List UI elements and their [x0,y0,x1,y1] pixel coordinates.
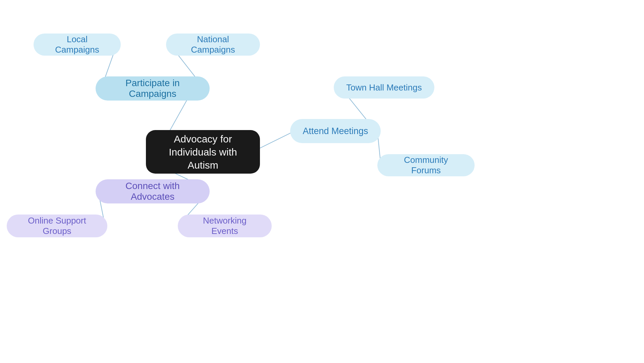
online-support-node[interactable]: Online Support Groups [7,215,107,237]
connect-advocates-node[interactable]: Connect with Advocates [96,179,210,203]
participate-label: Participate in Campaigns [108,78,198,99]
attend-meetings-node[interactable]: Attend Meetings [290,119,381,143]
online-support-label: Online Support Groups [19,216,95,236]
participate-node[interactable]: Participate in Campaigns [96,76,210,101]
national-campaigns-node[interactable]: National Campaigns [166,34,260,56]
town-hall-label: Town Hall Meetings [346,82,422,93]
local-campaigns-label: Local Campaigns [46,34,109,55]
svg-line-0 [167,98,188,135]
town-hall-node[interactable]: Town Hall Meetings [334,76,434,99]
attend-meetings-label: Attend Meetings [303,126,368,136]
networking-events-node[interactable]: Networking Events [178,215,272,237]
networking-events-label: Networking Events [190,216,260,236]
community-forums-node[interactable]: Community Forums [377,154,475,176]
connect-advocates-label: Connect with Advocates [108,181,198,202]
local-campaigns-node[interactable]: Local Campaigns [34,34,121,56]
center-node[interactable]: Advocacy for Individuals with Autism [146,130,260,174]
community-forums-label: Community Forums [389,155,463,176]
center-node-label: Advocacy for Individuals with Autism [158,132,248,172]
svg-line-3 [259,133,291,148]
national-campaigns-label: National Campaigns [178,34,248,55]
